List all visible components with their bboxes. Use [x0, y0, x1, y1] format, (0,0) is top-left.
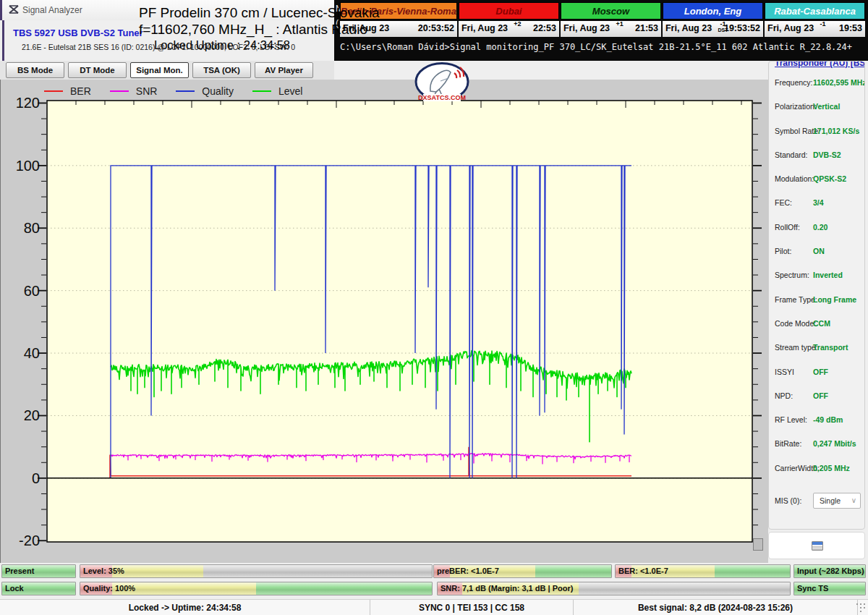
legend-swatch	[252, 90, 271, 93]
transponder-row: Standard:DVB-S2	[769, 144, 864, 168]
capture-icon	[812, 541, 823, 551]
transponder-row: RF Level:-49 dBm	[769, 409, 864, 433]
transponder-row-value: 11602,595 MHz	[813, 78, 865, 87]
clock-utc-offset: +2	[514, 21, 521, 27]
station-header: PF Prodelin 370 cm / Lucenec-Slovakia f=…	[139, 4, 339, 52]
transponder-row-label: FEC:	[775, 198, 792, 207]
clock-2: DubaiFri, Aug 23+222:53	[459, 2, 559, 38]
transponder-row-label: BitRate:	[775, 439, 801, 448]
transponder-row-label: Modulation:	[775, 174, 814, 183]
mis-label: MIS (0):	[775, 496, 801, 505]
tab-av-player[interactable]: AV Player	[255, 62, 313, 78]
status-best-signal: Best signal: 8,2 dB (2024-08-23 15:26)	[573, 600, 857, 615]
tab-dt-mode[interactable]: DT Mode	[68, 62, 127, 78]
mis-selected-value: Single	[820, 496, 841, 505]
transponder-row-value: -49 dBm	[813, 415, 843, 424]
clock-utc-offset: +1	[616, 21, 623, 27]
chevron-down-icon: ∨	[851, 496, 856, 504]
meter-preber: preBER: <1.0E-7	[433, 564, 612, 578]
transponder-row-value: DVB-S2	[813, 150, 841, 159]
transponder-row-value: Inverted	[813, 271, 843, 279]
transponder-row-value: CCM	[813, 319, 830, 328]
transponder-row-label: NPD:	[775, 391, 793, 400]
capture-button[interactable]	[768, 532, 865, 559]
tab-tsa-ok-[interactable]: TSA (OK)	[192, 62, 251, 78]
clock-time-row: Fri, Aug 23+222:53	[459, 21, 559, 37]
transponder-row-label: RF Level:	[775, 415, 807, 424]
meter-quality: Quality: 100%	[80, 582, 433, 595]
station-name: PF Prodelin 370 cm / Lucenec-Slovakia	[139, 4, 339, 21]
clock-city-label: London, Eng	[663, 2, 763, 20]
transponder-row-label: Pilot:	[775, 247, 791, 255]
transponder-row: Stream type:Transport	[769, 336, 864, 360]
clock-5: Rabat-CasablancaFri, Aug 23-119:53	[765, 2, 865, 38]
transponder-row: Pilot:ON	[769, 240, 864, 264]
tab-bs-mode[interactable]: BS Mode	[6, 62, 64, 78]
clock-date: Fri, Aug 23	[563, 23, 610, 33]
status-uptime: Locked -> Uptime: 24:34:58	[0, 600, 370, 615]
transponder-row-label: Spectrum:	[775, 271, 809, 279]
logo-text: DXSATCS.COM	[418, 94, 466, 101]
transponder-row: RollOff:0.20	[769, 216, 864, 240]
status-bar: Locked -> Uptime: 24:34:58 SYNC 0 | TEI …	[0, 599, 868, 615]
transponder-row-label: Frame Type:	[775, 295, 817, 304]
mis-select[interactable]: Single ∨	[813, 493, 861, 509]
transponder-row-value: ON	[813, 247, 825, 255]
clock-date: Fri, Aug 23	[665, 23, 712, 33]
transponder-row-label: Stream type:	[775, 343, 818, 352]
transponder-row: Symbol Rate:171,012 KS/s	[769, 120, 864, 144]
clock-date: Fri, Aug 23	[767, 23, 814, 33]
transponder-row-label: Code Mode:	[775, 319, 816, 328]
transponder-row: Frame Type:Long Frame	[769, 289, 864, 313]
transponder-row: Modulation:QPSK-S2	[769, 168, 864, 192]
transponder-row-value: Long Frame	[813, 295, 856, 304]
meter-level: Level: 35%	[80, 564, 433, 578]
clock-time: 20:53:52	[418, 23, 454, 33]
transponder-row: NPD:OFF	[769, 385, 864, 409]
transponder-row-value: 0.20	[813, 223, 827, 232]
meter-present: Present	[1, 564, 76, 578]
mis-row: MIS (0): Single ∨	[769, 492, 864, 511]
transponder-row-value: Vertical	[813, 102, 840, 111]
window-title: Signal Analyzer	[22, 5, 82, 15]
app-icon	[9, 4, 20, 15]
station-frequency: f=11602,760 MHz_H_ : Atlantis Radio	[139, 21, 339, 38]
meter-snr: SNR: 7,1 dB (Margin: 3,1 dB | Poor)	[437, 582, 791, 595]
dxsatcs-logo: DXSATCS.COM	[414, 62, 471, 103]
transponder-row: Spectrum:Inverted	[769, 264, 864, 288]
meter-sync: Sync TS	[793, 582, 866, 595]
signal-analyzer-window: Signal Analyzer TBS 5927 USB DVB-S2 Tune…	[0, 0, 868, 615]
tuner-name: TBS 5927 USB DVB-S2 Tuner	[13, 27, 143, 38]
legend-swatch	[44, 90, 63, 93]
meter-input: Input (~282 Kbps)	[793, 564, 866, 578]
signal-chart	[35, 96, 765, 551]
clock-city-label: Rabat-Casablanca	[765, 2, 865, 20]
clock-city-label: Moscow	[561, 2, 661, 20]
clock-time: 19:53:52	[724, 23, 760, 33]
tab-signal-mon-[interactable]: Signal Mon.	[130, 62, 189, 78]
transponder-row: Frequency:11602,595 MHz	[769, 72, 864, 96]
clock-time-row: Fri, Aug 23-1DST19:53:52	[663, 21, 763, 37]
chart-corner-box[interactable]	[753, 538, 763, 551]
clock-time: 21:53	[635, 23, 658, 33]
transponder-row: Polarization:Vertical	[769, 96, 864, 119]
resize-grip[interactable]	[857, 600, 868, 615]
clock-utc-offset: -1	[820, 21, 825, 27]
transponder-row-label: ISSYI	[775, 368, 794, 376]
legend-swatch	[110, 90, 129, 93]
clock-3: MoscowFri, Aug 23+121:53	[561, 2, 661, 38]
clock-time-row: Fri, Aug 23-119:53	[765, 21, 865, 37]
transponder-row-value: Transport	[813, 343, 848, 352]
legend-swatch	[176, 90, 195, 93]
transponder-row-label: Frequency:	[775, 78, 813, 87]
meter-ber: BER: <1.0E-7	[615, 564, 791, 578]
indicator-meters: PresentLevel: 35%preBER: <1.0E-7BER: <1.…	[0, 563, 868, 599]
console-command-line: C:\Users\Roman Dávid>Signal monitoring_P…	[340, 42, 852, 52]
world-clocks: Berlin-Paris-Vienna-RomaFri, Aug 2320:53…	[340, 2, 865, 38]
transponder-row: ISSYIOFF	[769, 361, 864, 385]
transponder-row-value: 3/4	[813, 198, 824, 207]
transponder-row-label: RollOff:	[775, 223, 800, 232]
meter-lock: Lock	[1, 582, 76, 595]
transponder-row-label: Polarization:	[775, 102, 817, 111]
transponder-header: Transponder (AU) [BS]	[775, 61, 865, 68]
